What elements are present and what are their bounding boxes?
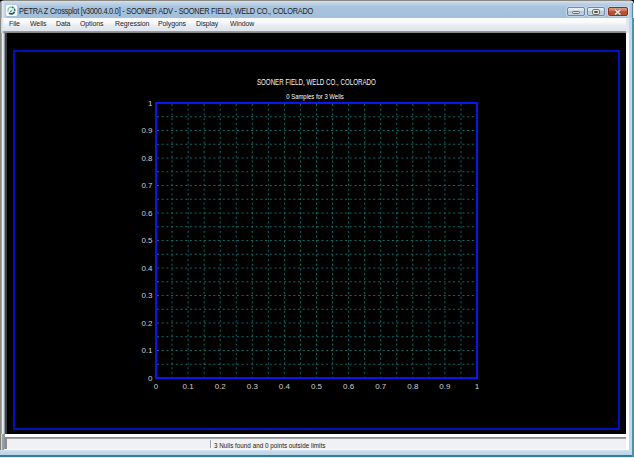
svg-text:0.8: 0.8 xyxy=(141,154,153,163)
svg-text:0: 0 xyxy=(148,374,153,383)
svg-text:0.2: 0.2 xyxy=(215,382,227,391)
svg-text:0.3: 0.3 xyxy=(247,382,259,391)
svg-text:0.1: 0.1 xyxy=(183,382,195,391)
svg-text:0.7: 0.7 xyxy=(141,181,153,190)
svg-text:1: 1 xyxy=(148,99,153,108)
svg-text:0: 0 xyxy=(154,382,159,391)
svg-text:SOONER FIELD, WELD CO., COLORA: SOONER FIELD, WELD CO., COLORADO xyxy=(257,77,376,87)
svg-text:0 Samples for 3 Wells: 0 Samples for 3 Wells xyxy=(286,92,344,101)
svg-text:0.8: 0.8 xyxy=(407,382,419,391)
svg-text:1: 1 xyxy=(475,382,480,391)
svg-text:0.9: 0.9 xyxy=(439,382,451,391)
svg-text:0.3: 0.3 xyxy=(141,291,153,300)
svg-text:0.2: 0.2 xyxy=(141,319,153,328)
svg-text:0.1: 0.1 xyxy=(141,346,153,355)
svg-text:0.4: 0.4 xyxy=(141,264,153,273)
svg-text:0.5: 0.5 xyxy=(311,382,323,391)
svg-text:0.4: 0.4 xyxy=(279,382,291,391)
svg-text:0.7: 0.7 xyxy=(375,382,387,391)
svg-text:0.9: 0.9 xyxy=(141,126,153,135)
svg-text:0.6: 0.6 xyxy=(141,209,153,218)
svg-text:0.6: 0.6 xyxy=(343,382,355,391)
svg-text:0.5: 0.5 xyxy=(141,236,153,245)
